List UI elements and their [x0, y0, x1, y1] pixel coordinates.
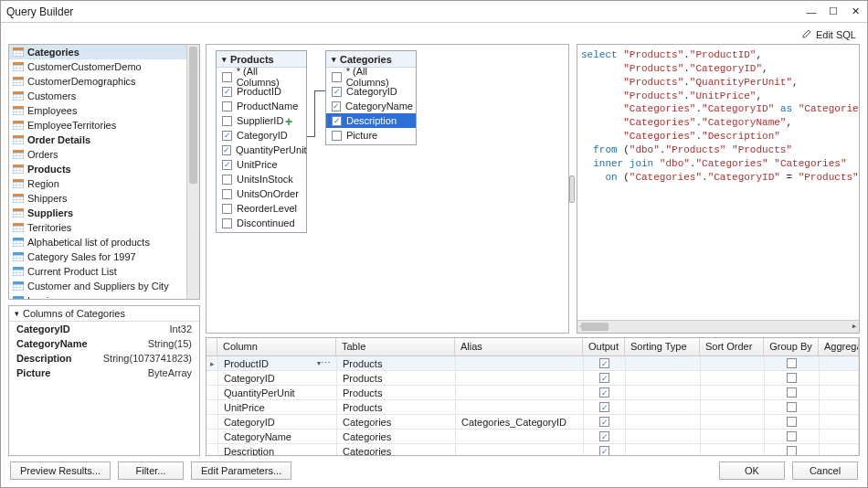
cell-sorting-type[interactable]	[626, 356, 701, 370]
cell-sort-order[interactable]	[701, 356, 765, 370]
checkbox[interactable]	[222, 116, 232, 126]
cell-column[interactable]: CategoryID	[218, 371, 337, 385]
checkbox[interactable]	[222, 101, 232, 111]
tree-item[interactable]: Employees	[9, 103, 199, 118]
tree-item[interactable]: Products	[9, 162, 199, 176]
cell-alias[interactable]	[456, 386, 584, 399]
tree-item[interactable]: Orders	[9, 147, 199, 162]
checkbox[interactable]	[787, 387, 797, 398]
checkbox[interactable]	[332, 72, 342, 82]
checkbox[interactable]: ✓	[599, 402, 609, 412]
cell-sorting-type[interactable]	[626, 400, 701, 414]
tree-item[interactable]: Territories	[9, 220, 199, 235]
grid-row[interactable]: DescriptionCategories✓	[206, 444, 859, 455]
output-grid[interactable]: Column Table Alias Output Sorting Type S…	[206, 337, 860, 456]
cell-group-by[interactable]	[765, 356, 820, 370]
field-row[interactable]: Discontinued	[217, 216, 306, 230]
cell-sort-order[interactable]	[701, 400, 765, 414]
cell-aggregate[interactable]	[820, 356, 859, 370]
cell-output[interactable]: ✓	[584, 400, 626, 414]
cell-table[interactable]: Products	[337, 386, 456, 399]
tree-item[interactable]: Order Details	[9, 133, 199, 147]
cell-aggregate[interactable]	[820, 386, 859, 399]
grid-header-group-by[interactable]: Group By	[764, 338, 819, 355]
grid-header-aggregate[interactable]: Aggregate	[819, 338, 859, 355]
chevron-down-icon[interactable]: ▾	[15, 309, 19, 318]
scrollbar[interactable]	[186, 45, 199, 299]
checkbox[interactable]: ✓	[599, 417, 609, 427]
grid-row[interactable]: UnitPriceProducts✓	[206, 400, 859, 415]
cell-group-by[interactable]	[765, 400, 820, 414]
checkbox[interactable]: ✓	[599, 373, 609, 383]
checkbox[interactable]	[222, 72, 232, 82]
checkbox[interactable]: ✓	[222, 131, 232, 141]
cell-table[interactable]: Products	[337, 356, 456, 370]
edit-sql-link[interactable]: Edit SQL	[802, 28, 856, 40]
cell-column[interactable]: CategoryID	[218, 415, 337, 429]
cell-table[interactable]: Products	[337, 400, 456, 414]
cell-column[interactable]: ProductID▾ ⋯	[218, 356, 337, 370]
checkbox[interactable]	[787, 358, 797, 368]
checkbox[interactable]	[787, 402, 797, 412]
field-row[interactable]: UnitsOnOrder	[217, 186, 306, 201]
tree-item[interactable]: Categories	[9, 45, 199, 59]
cell-alias[interactable]	[456, 371, 584, 385]
cell-output[interactable]: ✓	[584, 386, 626, 399]
cell-alias[interactable]	[456, 356, 584, 370]
cell-group-by[interactable]	[765, 371, 820, 385]
cell-output[interactable]: ✓	[584, 371, 626, 385]
cell-group-by[interactable]	[765, 386, 820, 399]
cell-sort-order[interactable]	[701, 430, 765, 443]
ellipsis-icon[interactable]: ⋯	[321, 357, 331, 369]
cell-output[interactable]: ✓	[584, 444, 626, 455]
cell-aggregate[interactable]	[820, 371, 859, 385]
cell-group-by[interactable]	[765, 415, 820, 429]
design-surface[interactable]: ▾Products * (All Columns)✓ProductIDProdu…	[206, 44, 569, 334]
cell-output[interactable]: ✓	[584, 356, 626, 370]
cell-sorting-type[interactable]	[626, 371, 701, 385]
field-row[interactable]: * (All Columns)	[326, 69, 416, 84]
cell-table[interactable]: Categories	[337, 415, 456, 429]
field-row[interactable]: ✓CategoryID	[217, 128, 306, 143]
cell-column[interactable]: CategoryName	[218, 430, 337, 443]
grid-row[interactable]: ▸ProductID▾ ⋯Products✓	[206, 356, 859, 371]
cell-sort-order[interactable]	[701, 386, 765, 399]
checkbox[interactable]	[787, 431, 797, 441]
field-row[interactable]: ReorderLevel	[217, 201, 306, 216]
cell-sort-order[interactable]	[701, 415, 765, 429]
field-row[interactable]: ✓QuantityPerUnit	[217, 143, 306, 157]
checkbox[interactable]	[787, 373, 797, 383]
tree-item[interactable]: Customers	[9, 89, 199, 103]
cell-column[interactable]: QuantityPerUnit	[218, 386, 337, 399]
minimize-button[interactable]: —	[805, 5, 818, 18]
cell-sorting-type[interactable]	[626, 386, 701, 399]
checkbox[interactable]: ✓	[599, 387, 609, 398]
field-row[interactable]: ✓CategoryName	[326, 99, 416, 113]
tree-item[interactable]: EmployeeTerritories	[9, 118, 199, 133]
cell-column[interactable]: Description	[218, 444, 337, 455]
tree-item[interactable]: Alphabetical list of products	[9, 235, 199, 249]
grid-header-column[interactable]: Column	[217, 338, 336, 355]
field-row[interactable]: ✓UnitPrice	[217, 157, 306, 172]
chevron-down-icon[interactable]: ▾	[222, 55, 227, 64]
field-row[interactable]: ✓Description	[326, 113, 416, 128]
tree-item[interactable]: CustomerDemographics	[9, 74, 199, 89]
grid-row[interactable]: CategoryIDProducts✓	[206, 371, 859, 386]
cell-alias[interactable]	[456, 400, 584, 414]
checkbox[interactable]: ✓	[599, 446, 609, 455]
grid-header-sorting-type[interactable]: Sorting Type	[625, 338, 700, 355]
cell-sorting-type[interactable]	[626, 430, 701, 443]
preview-results-button[interactable]: Preview Results...	[10, 461, 111, 480]
checkbox[interactable]	[222, 204, 232, 214]
tables-tree[interactable]: CategoriesCustomerCustomerDemoCustomerDe…	[8, 44, 200, 300]
tree-item[interactable]: Region	[9, 176, 199, 191]
cancel-button[interactable]: Cancel	[792, 461, 858, 480]
filter-button[interactable]: Filter...	[118, 461, 184, 480]
add-icon[interactable]: +	[285, 114, 292, 129]
cell-sorting-type[interactable]	[626, 444, 701, 455]
table-box-categories[interactable]: ▾Categories * (All Columns)✓CategoryID✓C…	[325, 50, 417, 145]
grid-header-sort-order[interactable]: Sort Order	[700, 338, 764, 355]
grid-header-table[interactable]: Table	[336, 338, 455, 355]
grid-row[interactable]: CategoryIDCategoriesCategories_CategoryI…	[206, 415, 859, 430]
chevron-down-icon[interactable]: ▾	[332, 55, 336, 64]
